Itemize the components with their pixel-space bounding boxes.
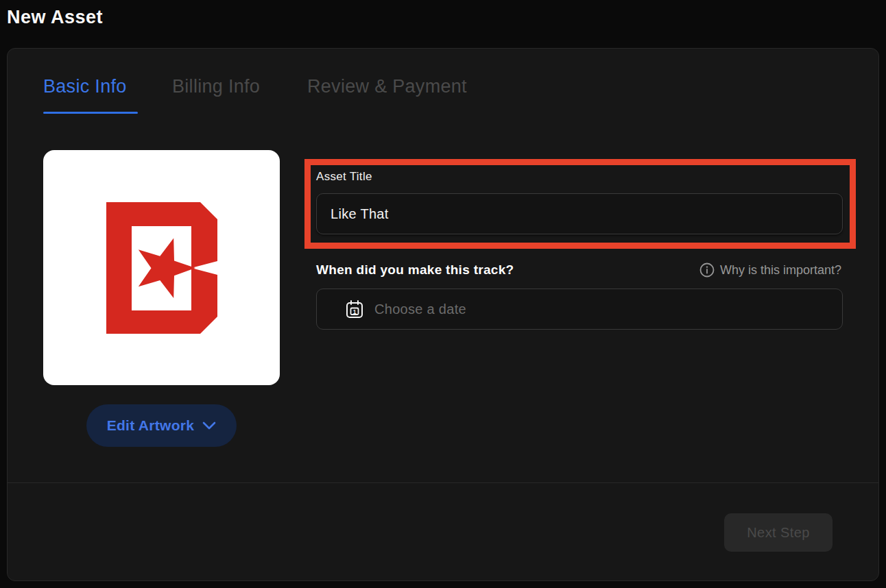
date-placeholder: Choose a date — [374, 302, 466, 317]
tab-basic-info[interactable]: Basic Info — [43, 76, 127, 97]
artwork-preview[interactable] — [43, 150, 280, 385]
why-important-text: Why is this important? — [720, 263, 841, 278]
artwork-logo-image — [106, 202, 217, 334]
new-asset-page: { "page": { "title": "New Asset" }, "tab… — [0, 0, 886, 588]
footer-divider — [8, 482, 878, 483]
track-date-label: When did you make this track? — [316, 262, 514, 278]
svg-text:1: 1 — [353, 308, 357, 315]
page-title: New Asset — [7, 7, 103, 28]
tab-billing-info[interactable]: Billing Info — [172, 76, 260, 97]
asset-title-input[interactable] — [316, 193, 843, 234]
active-tab-underline — [43, 112, 138, 114]
new-asset-card: Basic Info Billing Info Review & Payment… — [7, 48, 879, 581]
next-step-button[interactable]: Next Step — [724, 513, 833, 552]
edit-artwork-label: Edit Artwork — [107, 417, 195, 434]
tab-review-payment[interactable]: Review & Payment — [307, 76, 467, 97]
chevron-down-icon — [202, 421, 216, 430]
date-picker-input[interactable]: 1 Choose a date — [316, 289, 843, 330]
why-important-link[interactable]: Why is this important? — [699, 262, 841, 278]
info-icon — [699, 262, 715, 278]
calendar-icon: 1 — [346, 299, 363, 319]
edit-artwork-button[interactable]: Edit Artwork — [86, 404, 237, 447]
asset-title-label: Asset Title — [316, 170, 372, 184]
